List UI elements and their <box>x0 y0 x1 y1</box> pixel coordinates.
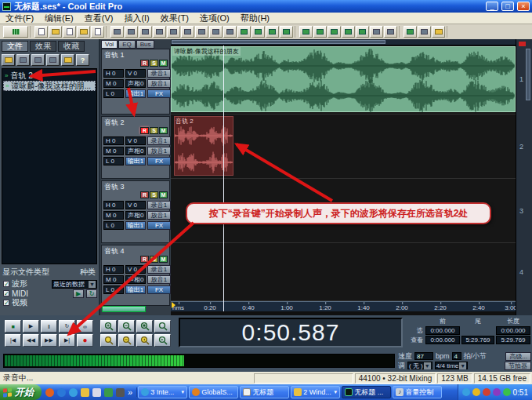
volume-field[interactable]: V 0 <box>125 201 146 209</box>
eq-high-field[interactable]: H 0 <box>103 265 124 274</box>
playback-device-button[interactable]: 放音1 <box>147 147 171 155</box>
tab-bus[interactable]: Bus <box>136 40 155 49</box>
level-meter[interactable] <box>3 354 395 368</box>
preview-play-button[interactable]: ▶ <box>73 289 84 298</box>
pan-field[interactable]: 声相0 <box>125 275 146 284</box>
toolbar-button[interactable] <box>342 26 355 38</box>
timeline-ruler[interactable]: hms 0:20 0:40 1:00 1:20 1:40 2:00 2:20 2… <box>171 301 516 311</box>
help-button[interactable]: ? <box>76 54 89 66</box>
zoom-out-button[interactable] <box>118 320 135 333</box>
taskbar-clock[interactable]: 0:51 <box>513 388 528 397</box>
toolbar-button[interactable] <box>356 26 369 38</box>
toolbar-button[interactable] <box>125 26 138 38</box>
track-2-lane[interactable]: 音轨 2 <box>171 115 516 179</box>
toolbar-button[interactable] <box>384 26 397 38</box>
volume-field[interactable]: V 0 <box>125 69 146 78</box>
zoom-full-button[interactable] <box>154 320 171 333</box>
playback-device-button[interactable]: 放音1 <box>147 211 171 220</box>
solo-button[interactable]: S <box>150 256 158 263</box>
tray-shield-icon[interactable] <box>472 388 480 396</box>
volume-field[interactable]: V 0 <box>125 265 146 274</box>
output-button[interactable]: 输出1 <box>125 157 146 165</box>
menu-help[interactable]: 帮助(H) <box>235 13 275 24</box>
play-button[interactable]: ▶ <box>23 320 39 333</box>
pan-field[interactable]: 声相0 <box>125 79 146 88</box>
wave-checkbox[interactable]: ✓ <box>3 281 9 287</box>
toolbar-button[interactable] <box>299 26 313 38</box>
menu-file[interactable]: 文件(F) <box>0 13 39 24</box>
eq-mid-field[interactable]: M 0 <box>103 211 124 220</box>
menu-effects[interactable]: 效果(T) <box>155 13 194 24</box>
playback-device-button[interactable]: 放音1 <box>147 275 171 284</box>
vertical-scrollbar[interactable] <box>526 49 530 100</box>
folder-icon[interactable] <box>81 388 89 397</box>
toolbar-button[interactable] <box>266 26 279 38</box>
eq-low-field[interactable]: L 0 <box>103 157 124 165</box>
time-signature-dropdown[interactable]: 4/4 time▼ <box>435 362 468 369</box>
fast-forward-button[interactable]: ▶▶ <box>41 334 57 347</box>
quick-launch-overflow[interactable]: » <box>128 387 132 397</box>
task-button-untitled-doc[interactable]: 无标题 <box>240 386 289 398</box>
sort-dropdown[interactable]: 最近的数据 ▼ <box>52 280 97 289</box>
eq-mid-field[interactable]: M 0 <box>103 147 124 155</box>
solo-button[interactable]: S <box>150 127 158 134</box>
task-button-volume-control[interactable]: ♪音量控制 <box>393 386 442 398</box>
record-arm-button[interactable]: R <box>140 191 149 198</box>
insert-to-multitrack-button[interactable] <box>31 54 45 66</box>
fx-button[interactable]: FX <box>147 285 171 294</box>
list-item-song[interactable]: » 谭咏麟-像我这样的朋... <box>3 81 96 91</box>
task-button-cool-edit-active[interactable]: 无标题 ... <box>342 386 391 398</box>
playback-device-button[interactable]: 放音1 <box>147 79 171 88</box>
play-looped-button[interactable]: ↻ <box>59 320 75 333</box>
task-button-windows-folder[interactable]: 2 Wind...▾ <box>291 386 340 398</box>
go-to-end-button[interactable]: ▶| <box>59 334 75 347</box>
metronome-button[interactable]: 节拍器 <box>505 362 531 370</box>
waveform-view-toggle-button[interactable] <box>3 26 28 38</box>
volume-field[interactable]: V 0 <box>125 136 146 145</box>
task-button-globals[interactable]: GlobalS... <box>189 386 238 398</box>
tab-vol[interactable]: Vol <box>101 40 118 49</box>
advanced-button[interactable]: 高级... <box>505 352 531 361</box>
eq-high-field[interactable]: H 0 <box>103 136 124 145</box>
browser-icon[interactable] <box>45 388 54 397</box>
menu-insert[interactable]: 插入(I) <box>118 13 154 24</box>
fx-button[interactable]: FX <box>147 157 171 165</box>
recorded-clip-track2[interactable]: 音轨 2 <box>174 116 233 176</box>
audio-clip-track1[interactable]: 谭咏麟-像我这样的朋友 <box>171 46 516 112</box>
mute-button[interactable]: M <box>159 60 168 67</box>
toolbar-button[interactable] <box>195 26 208 38</box>
fx-button[interactable]: FX <box>147 221 171 230</box>
zoom-vertical-in-button[interactable] <box>100 334 117 347</box>
internet-explorer-icon[interactable] <box>69 388 78 397</box>
toolbar-button[interactable] <box>167 26 180 38</box>
tempo-field[interactable]: 87 <box>414 352 433 360</box>
open-file-button[interactable] <box>49 26 62 38</box>
playback-cursor[interactable] <box>223 45 224 311</box>
zoom-to-selection-button[interactable] <box>136 320 153 333</box>
minimize-button[interactable]: _ <box>486 2 498 11</box>
tab-files[interactable]: 文件 <box>2 41 28 52</box>
record-device-button[interactable]: 录音1 <box>147 265 171 274</box>
pan-field[interactable]: 声相0 <box>125 211 146 220</box>
mute-button[interactable]: M <box>159 191 168 198</box>
toolbar-button[interactable] <box>404 26 417 38</box>
tab-eq[interactable]: EQ <box>118 40 136 49</box>
messenger-icon[interactable] <box>57 388 66 397</box>
zoom-vertical-out-button[interactable] <box>118 334 135 347</box>
eq-low-field[interactable]: L 0 <box>103 285 124 294</box>
eq-low-field[interactable]: L 0 <box>103 221 124 230</box>
pen-icon[interactable] <box>116 388 125 397</box>
beats-field[interactable]: 4 <box>452 352 461 360</box>
tray-qq-icon[interactable] <box>503 388 511 396</box>
toolbar-button[interactable] <box>313 26 327 38</box>
solo-button[interactable]: S <box>150 191 158 198</box>
eq-mid-field[interactable]: M 0 <box>103 275 124 284</box>
menu-options[interactable]: 选项(O) <box>194 13 235 24</box>
preview-loop-button[interactable]: ↻ <box>86 289 97 298</box>
record-arm-button[interactable]: R <box>140 60 149 67</box>
toolbar-button[interactable] <box>418 26 431 38</box>
record-device-button[interactable]: 录音1 <box>147 69 171 78</box>
save-file-button[interactable] <box>63 26 76 38</box>
zoom-in-button[interactable] <box>100 320 117 333</box>
record-button[interactable]: ● <box>77 334 93 347</box>
